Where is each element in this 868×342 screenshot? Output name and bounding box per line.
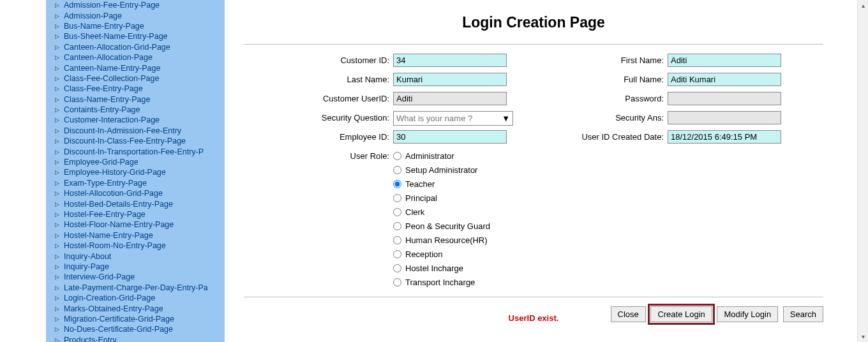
- radio-label: Hostel Incharge: [405, 264, 463, 273]
- page-title: Login Creation Page: [244, 14, 823, 31]
- sidebar-item[interactable]: ▷Marks-Obtained-Entry-Page: [46, 303, 225, 313]
- sidebar-item[interactable]: ▷Bus-Name-Entry-Page: [46, 21, 225, 31]
- customer-userid-field: [393, 92, 507, 105]
- radio-input[interactable]: [393, 264, 401, 272]
- sidebar: ▷Admission-Fee-Entry-Page▷Admission-Page…: [0, 0, 225, 342]
- sidebar-item[interactable]: ▷Inquiry-Page: [46, 262, 225, 272]
- modify-login-button[interactable]: Modify Login: [717, 306, 778, 322]
- sidebar-item-label: Admission-Page: [63, 11, 122, 20]
- user-role-option[interactable]: Transport Incharge: [393, 278, 521, 287]
- radio-input[interactable]: [393, 194, 401, 202]
- sidebar-item-label: Hostel-Floor-Name-Entry-Page: [63, 220, 174, 229]
- customer-id-field[interactable]: [393, 54, 507, 67]
- sidebar-item[interactable]: ▷Hostel-Allocotion-Grid-Page: [46, 188, 225, 198]
- sidebar-item[interactable]: ▷Admission-Fee-Entry-Page: [46, 0, 225, 10]
- sidebar-item[interactable]: ▷Class-Fee-Entry-Page: [46, 84, 225, 94]
- sidebar-item-label: Containts-Entry-Page: [63, 105, 140, 114]
- vertical-scrollbar[interactable]: ▴ ▾: [857, 0, 868, 342]
- sidebar-item[interactable]: ▷Discount-In-Class-Fee-Entry-Page: [46, 136, 225, 146]
- sidebar-item-label: Inquiry-About: [63, 252, 111, 261]
- sidebar-item[interactable]: ▷Class-Fee-Collection-Page: [46, 73, 225, 84]
- user-role-option[interactable]: Hostel Incharge: [393, 264, 521, 273]
- radio-input[interactable]: [393, 166, 401, 174]
- radio-input[interactable]: [393, 152, 401, 160]
- radio-input[interactable]: [393, 180, 401, 188]
- triangle-right-icon: ▷: [55, 86, 63, 92]
- sidebar-item[interactable]: ▷Migration-Certificate-Grid-Page: [46, 314, 225, 324]
- radio-input[interactable]: [393, 208, 401, 216]
- sidebar-item-label: Hostel-Allocotion-Grid-Page: [63, 189, 163, 198]
- sidebar-item[interactable]: ▷Login-Creation-Grid-Page: [46, 293, 225, 303]
- sidebar-item[interactable]: ▷No-Dues-Certificate-Grid-Page: [46, 324, 225, 334]
- sidebar-item[interactable]: ▷Exam-Type-Entry-Page: [46, 178, 225, 188]
- user-role-option[interactable]: Peon & Security Guard: [393, 221, 521, 231]
- sidebar-item[interactable]: ▷Admission-Page: [46, 10, 225, 20]
- sidebar-item[interactable]: ▷Canteen-Allocation-Page: [46, 52, 225, 63]
- radio-label: Administrator: [405, 151, 454, 161]
- divider-top: [244, 44, 823, 45]
- scroll-up-icon[interactable]: ▴: [858, 0, 868, 11]
- user-role-option[interactable]: Principal: [393, 193, 521, 203]
- sidebar-item-label: Migration-Certificate-Grid-Page: [63, 315, 174, 323]
- sidebar-item[interactable]: ▷Employee-History-Grid-Page: [46, 167, 225, 177]
- sidebar-item[interactable]: ▷Hostel-Name-Entry-Page: [46, 230, 225, 241]
- close-button[interactable]: Close: [611, 306, 646, 322]
- security-ans-field[interactable]: [668, 111, 781, 124]
- sidebar-item[interactable]: ▷Containts-Entry-Page: [46, 105, 225, 115]
- sidebar-item-label: Class-Fee-Collection-Page: [63, 74, 159, 83]
- password-field[interactable]: [668, 92, 781, 105]
- employee-id-field[interactable]: [393, 130, 507, 144]
- sidebar-item-label: Interview-Grid-Page: [63, 272, 135, 281]
- user-role-option[interactable]: Human Resource(HR): [393, 235, 521, 245]
- scroll-down-icon[interactable]: ▾: [858, 331, 868, 342]
- triangle-right-icon: ▷: [55, 326, 63, 332]
- triangle-right-icon: ▷: [55, 337, 63, 342]
- first-name-field[interactable]: [668, 54, 781, 67]
- radio-input[interactable]: [393, 236, 401, 244]
- sidebar-item[interactable]: ▷Hostel-Room-No-Entry-Page: [46, 241, 225, 251]
- user-role-option[interactable]: Reception: [393, 249, 521, 259]
- triangle-right-icon: ▷: [55, 285, 63, 291]
- security-question-select[interactable]: What is your name ? ▼: [393, 111, 513, 126]
- sidebar-item[interactable]: ▷Interview-Grid-Page: [46, 272, 225, 282]
- triangle-right-icon: ▷: [55, 201, 63, 207]
- radio-input[interactable]: [393, 222, 401, 230]
- last-name-field[interactable]: [393, 73, 507, 86]
- sidebar-item[interactable]: ▷Hostel-Bed-Details-Entry-Page: [46, 198, 225, 209]
- sidebar-item[interactable]: ▷Employee-Grid-Page: [46, 157, 225, 167]
- sidebar-item-label: Login-Creation-Grid-Page: [63, 294, 155, 302]
- sidebar-item[interactable]: ▷Discount-In-Transportation-Fee-Entry-P: [46, 146, 225, 156]
- radio-label: Human Resource(HR): [405, 235, 488, 245]
- full-name-field[interactable]: [668, 73, 781, 86]
- label-security-ans: Security Ans:: [546, 111, 668, 123]
- user-role-option[interactable]: Administrator: [393, 151, 521, 161]
- radio-input[interactable]: [393, 250, 401, 258]
- sidebar-item-label: Products-Entry: [63, 336, 117, 342]
- triangle-right-icon: ▷: [55, 33, 63, 40]
- sidebar-item[interactable]: ▷Canteen-Allocation-Grid-Page: [46, 42, 225, 52]
- sidebar-item[interactable]: ▷Canteen-Name-Entry-Page: [46, 63, 225, 73]
- sidebar-item[interactable]: ▷Hostel-Fee-Entry-Page: [46, 209, 225, 219]
- sidebar-item-label: Employee-Grid-Page: [63, 158, 138, 167]
- radio-input[interactable]: [393, 278, 401, 286]
- divider-bottom: [244, 297, 823, 297]
- search-button[interactable]: Search: [783, 306, 823, 322]
- sidebar-item[interactable]: ▷Bus-Sheet-Name-Entry-Page: [46, 31, 225, 41]
- user-role-option[interactable]: Clerk: [393, 207, 521, 217]
- sidebar-item[interactable]: ▷Inquiry-About: [46, 251, 225, 261]
- sidebar-item[interactable]: ▷Products-Entry: [46, 335, 225, 343]
- sidebar-item[interactable]: ▷Late-Payment-Charge-Per-Day-Entry-Pa: [46, 283, 225, 293]
- user-created-date-field: [668, 130, 781, 144]
- label-user-created-date: User ID Created Date:: [546, 130, 668, 142]
- sidebar-item[interactable]: ▷Customer-Interaction-Page: [46, 115, 225, 125]
- sidebar-item[interactable]: ▷Class-Name-Entry-Page: [46, 94, 225, 105]
- sidebar-item[interactable]: ▷Discount-In-Admission-Fee-Entry: [46, 126, 225, 136]
- user-role-option[interactable]: Setup Administrator: [393, 165, 521, 175]
- sidebar-item[interactable]: ▷Hostel-Floor-Name-Entry-Page: [46, 219, 225, 230]
- sidebar-item-label: Discount-In-Transportation-Fee-Entry-P: [63, 147, 204, 156]
- user-role-option[interactable]: Teacher: [393, 179, 521, 189]
- sidebar-item-label: Late-Payment-Charge-Per-Day-Entry-Pa: [63, 283, 208, 292]
- sidebar-item-label: Canteen-Name-Entry-Page: [63, 64, 160, 73]
- radio-label: Peon & Security Guard: [405, 221, 490, 231]
- create-login-button[interactable]: Create Login: [650, 306, 712, 322]
